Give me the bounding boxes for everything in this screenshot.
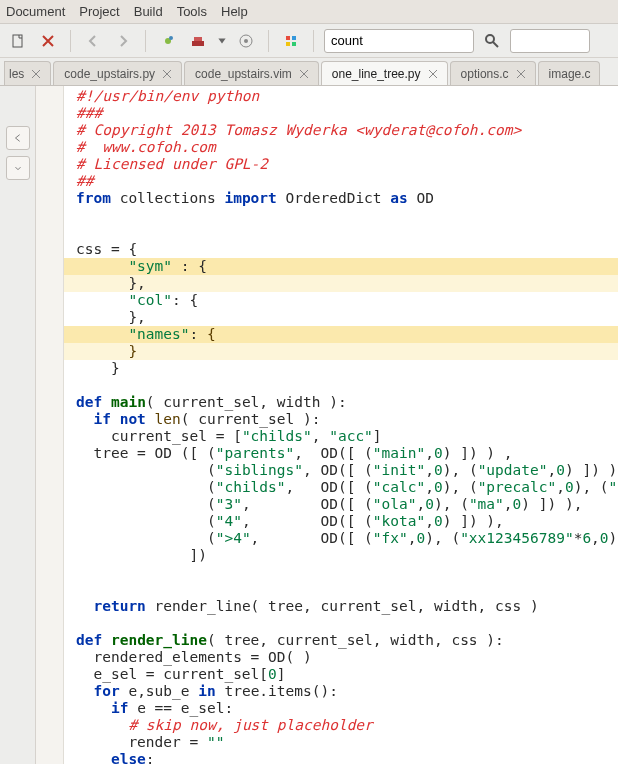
svg-rect-7 <box>286 36 290 40</box>
tab-code-upstairs-vim[interactable]: code_upstairs.vim <box>184 61 319 85</box>
svg-point-2 <box>169 36 173 40</box>
close-icon[interactable] <box>30 68 42 80</box>
svg-point-12 <box>486 35 494 43</box>
goto-input[interactable] <box>510 29 590 53</box>
menu-tools[interactable]: Tools <box>177 4 207 19</box>
code-editor[interactable]: #!/usr/bin/env python ### # Copyright 20… <box>36 86 618 764</box>
close-icon[interactable] <box>427 68 439 80</box>
compile-icon[interactable] <box>156 29 180 53</box>
code-content: #!/usr/bin/env python ### # Copyright 20… <box>36 86 618 764</box>
tab-label: options.c <box>461 67 509 81</box>
tab-options-c[interactable]: options.c <box>450 61 536 85</box>
color-picker-icon[interactable] <box>279 29 303 53</box>
menu-document[interactable]: Document <box>6 4 65 19</box>
dropdown-icon[interactable] <box>216 29 228 53</box>
menubar: Document Project Build Tools Help <box>0 0 618 24</box>
search-input-text[interactable] <box>331 33 499 48</box>
svg-rect-9 <box>286 42 290 46</box>
build-icon[interactable] <box>186 29 210 53</box>
close-document-icon[interactable] <box>36 29 60 53</box>
tab-one-line-tree-py[interactable]: one_line_tree.py <box>321 61 448 85</box>
toolbar <box>0 24 618 58</box>
new-document-icon[interactable] <box>6 29 30 53</box>
svg-rect-4 <box>194 37 202 41</box>
goto-input-text[interactable] <box>517 33 618 48</box>
menu-build[interactable]: Build <box>134 4 163 19</box>
close-icon[interactable] <box>161 68 173 80</box>
svg-rect-0 <box>13 35 22 47</box>
tab-label: image.c <box>549 67 591 81</box>
svg-rect-3 <box>192 41 204 46</box>
tab-image-c[interactable]: image.c <box>538 61 600 85</box>
forward-icon[interactable] <box>111 29 135 53</box>
tab-label: one_line_tree.py <box>332 67 421 81</box>
menu-project[interactable]: Project <box>79 4 119 19</box>
tab-code-upstairs-py[interactable]: code_upstairs.py <box>53 61 182 85</box>
sidebar <box>0 86 36 764</box>
back-icon[interactable] <box>81 29 105 53</box>
sidebar-dropdown-icon[interactable] <box>6 156 30 180</box>
tabbar: les code_upstairs.py code_upstairs.vim o… <box>0 58 618 86</box>
close-icon[interactable] <box>298 68 310 80</box>
svg-rect-8 <box>292 36 296 40</box>
tab-label: code_upstairs.vim <box>195 67 292 81</box>
tab-partial[interactable]: les <box>4 61 51 85</box>
sidebar-left-icon[interactable] <box>6 126 30 150</box>
menu-help[interactable]: Help <box>221 4 248 19</box>
svg-rect-10 <box>292 42 296 46</box>
svg-point-6 <box>244 39 248 43</box>
tab-label: code_upstairs.py <box>64 67 155 81</box>
tab-label: les <box>9 67 24 81</box>
search-input[interactable] <box>324 29 474 53</box>
gutter <box>36 86 64 764</box>
search-icon[interactable] <box>480 29 504 53</box>
execute-icon[interactable] <box>234 29 258 53</box>
close-icon[interactable] <box>515 68 527 80</box>
